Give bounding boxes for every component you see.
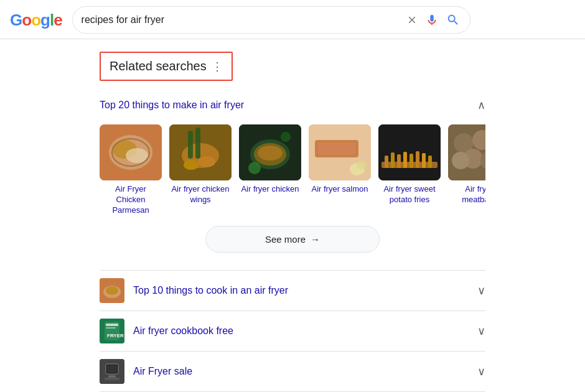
svg-text:FRYER: FRYER	[107, 333, 124, 338]
thumbnail-cookbook: FRYER	[100, 319, 124, 343]
accordion-row-sale[interactable]: Air Fryer sale ∨	[100, 352, 485, 391]
accordion-row-top10[interactable]: Top 10 things to cook in an air fryer ∨	[100, 271, 485, 310]
food-image-4	[378, 124, 441, 180]
svg-rect-26	[397, 154, 401, 168]
svg-rect-44	[106, 324, 118, 326]
accordion-title-sale: Air Fryer sale	[133, 366, 192, 377]
food-image-2	[239, 124, 301, 180]
svg-point-16	[258, 146, 283, 161]
food-item-1[interactable]: Air fryer chicken wings	[169, 124, 232, 216]
food-image-1	[169, 124, 232, 180]
clear-button[interactable]	[405, 13, 419, 27]
food-item-5[interactable]: Air fryer meatballs	[448, 124, 485, 216]
svg-point-21	[357, 161, 367, 169]
food-label-5: Air fryer meatballs	[448, 184, 485, 205]
accordion-row-inner-sale: Air Fryer sale	[100, 359, 192, 384]
voice-search-button[interactable]	[424, 12, 440, 28]
microphone-icon	[425, 13, 439, 27]
search-bar	[72, 6, 470, 34]
svg-rect-28	[410, 154, 413, 168]
search-icon	[446, 13, 460, 27]
thumbnail-top10	[100, 278, 124, 303]
chevron-down-icon-top10: ∨	[477, 284, 485, 297]
food-label-3: Air fryer salmon	[311, 184, 368, 195]
google-logo: Google	[10, 11, 62, 30]
related-searches-header: Related searches ⋮	[100, 52, 233, 81]
see-more-button[interactable]: See more →	[205, 226, 380, 253]
food-image-5	[448, 124, 485, 180]
svg-point-9	[184, 160, 199, 170]
food-label-1: Air fryer chicken wings	[169, 184, 232, 205]
see-more-arrow-icon: →	[311, 234, 320, 245]
accordion-title-top20: Top 20 things to make in air fryer	[100, 100, 244, 111]
svg-rect-49	[107, 365, 117, 373]
accordion-row-inner-top20: Top 20 things to make in air fryer	[100, 100, 244, 111]
food-image-3	[309, 124, 371, 180]
accordion-row-top20[interactable]: Top 20 things to make in air fryer ∧	[100, 91, 485, 119]
chevron-up-icon: ∧	[477, 98, 485, 112]
food-grid: Air Fryer Chicken Parmesan Air fryer chi…	[100, 124, 485, 216]
search-input[interactable]	[82, 14, 400, 26]
svg-rect-31	[428, 156, 432, 168]
expanded-section-top20: Air Fryer Chicken Parmesan Air fryer chi…	[100, 119, 485, 270]
svg-point-10	[198, 156, 215, 167]
svg-rect-51	[105, 378, 119, 380]
svg-rect-8	[195, 128, 200, 159]
food-label-2: Air fryer chicken	[241, 184, 299, 195]
main-content: Related searches ⋮ Top 20 things to make…	[0, 39, 585, 392]
svg-rect-45	[106, 327, 116, 329]
svg-rect-22	[378, 124, 441, 180]
food-label-0: Air Fryer Chicken Parmesan	[100, 184, 162, 216]
more-options-icon[interactable]: ⋮	[212, 60, 223, 73]
svg-rect-27	[403, 152, 407, 168]
svg-rect-30	[422, 153, 426, 168]
accordion-title-cookbook: Air fryer cookbook free	[133, 325, 233, 337]
food-item-2[interactable]: Air fryer chicken	[239, 124, 301, 216]
svg-rect-7	[188, 131, 193, 159]
food-item-4[interactable]: Air fryer sweet potato fries	[378, 124, 441, 216]
svg-point-38	[452, 152, 469, 169]
chevron-down-icon-sale: ∨	[477, 365, 485, 378]
svg-point-41	[106, 286, 118, 295]
related-searches-title: Related searches	[110, 59, 207, 73]
svg-rect-19	[318, 143, 355, 154]
header: Google	[0, 0, 585, 39]
svg-rect-29	[416, 151, 419, 168]
see-more-label: See more	[265, 234, 306, 245]
accordion-title-top10: Top 10 things to cook in an air fryer	[133, 285, 288, 296]
food-image-0	[100, 124, 162, 180]
svg-rect-24	[385, 156, 388, 168]
chevron-down-icon-cookbook: ∨	[477, 324, 485, 338]
accordion-row-cookbook[interactable]: FRYER Air fryer cookbook free ∨	[100, 311, 485, 351]
svg-point-15	[281, 132, 291, 142]
close-icon	[406, 14, 418, 26]
accordion-row-inner-top10: Top 10 things to cook in an air fryer	[100, 278, 288, 303]
accordion-row-inner-cookbook: FRYER Air fryer cookbook free	[100, 319, 233, 343]
svg-rect-25	[391, 152, 395, 168]
search-button[interactable]	[445, 12, 461, 28]
food-item-0[interactable]: Air Fryer Chicken Parmesan	[100, 124, 162, 216]
svg-point-14	[248, 162, 261, 174]
food-item-3[interactable]: Air fryer salmon	[309, 124, 371, 216]
food-label-4: Air fryer sweet potato fries	[378, 184, 441, 205]
thumbnail-sale	[100, 359, 124, 384]
